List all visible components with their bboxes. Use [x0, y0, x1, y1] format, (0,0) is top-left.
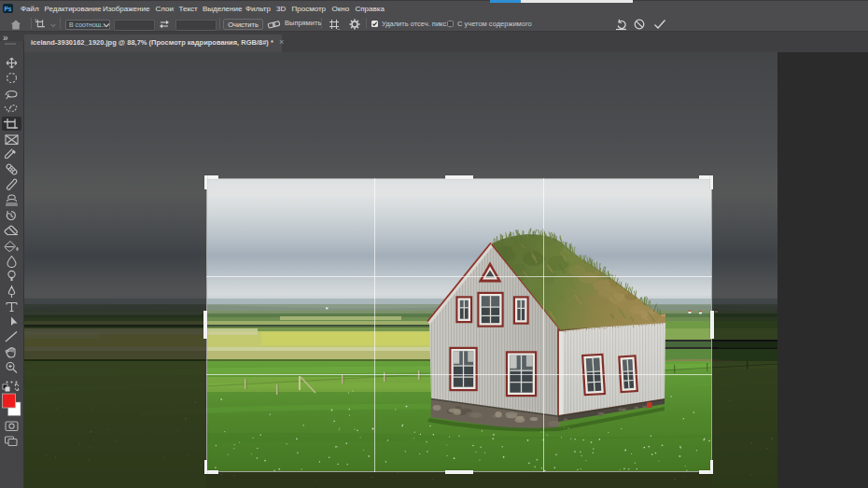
svg-text:Ps: Ps	[5, 6, 12, 12]
